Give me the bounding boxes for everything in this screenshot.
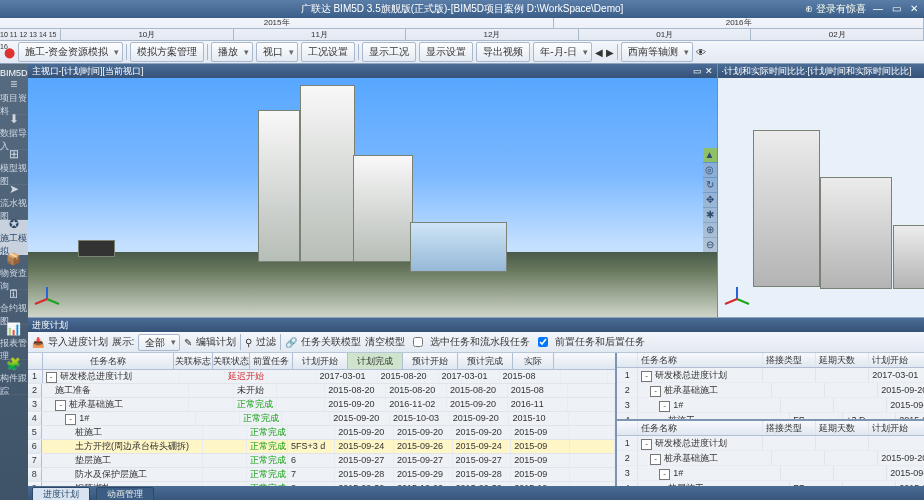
col-laptype[interactable]: 搭接类型 [763, 353, 816, 367]
col-laptype[interactable]: 搭接类型 [763, 421, 816, 435]
close-icon[interactable]: ✕ [906, 0, 922, 18]
import-plan-button[interactable]: 导入进度计划 [48, 335, 108, 349]
sidebar-item-8[interactable]: 🧩构件跟踪 [0, 360, 28, 395]
col-eststart[interactable]: 预计开始 [403, 353, 458, 369]
filter-button[interactable]: 过滤 [256, 335, 276, 349]
tab-plan[interactable]: 进度计划 [32, 487, 90, 501]
table-row[interactable]: 2施工准备未开始2015-08-202015-08-202015-08-2020… [28, 384, 616, 398]
sidebar-item-0[interactable]: ≡项目资料 [0, 80, 28, 115]
play-button[interactable]: 播放 [211, 42, 253, 62]
table-row[interactable]: 1-研发楼总进度计划2017-03-01 [617, 436, 924, 451]
col-name[interactable]: 任务名称 [638, 421, 763, 435]
table-row[interactable]: 1-研发楼总进度计划延迟开始2017-03-012015-08-202017-0… [28, 370, 616, 384]
viewport-button[interactable]: 视口 [256, 42, 298, 62]
pretask-grid[interactable]: 1-研发楼总进度计划2017-03-012-桩承基础施工2015-09-2020… [617, 368, 924, 421]
col-pre[interactable]: 前置任务 [250, 353, 293, 369]
maximize-icon[interactable]: ▭ [888, 0, 904, 18]
table-row[interactable]: 6土方开挖(周边承台砖头硼拆)正常完成5FS+3 d2015-09-242015… [28, 440, 616, 454]
condition-setting-button[interactable]: 工况设置 [301, 42, 355, 62]
task-grid[interactable]: 1-研发楼总进度计划延迟开始2017-03-012015-08-202017-0… [28, 370, 616, 486]
table-row[interactable]: 8防水及保护层施工正常完成72015-09-282015-09-292015-0… [28, 468, 616, 482]
tree-toggle-icon[interactable]: - [641, 439, 652, 450]
check-task-cb[interactable] [413, 337, 423, 347]
col-linkflag[interactable]: 关联标志 [174, 353, 213, 369]
pan-icon[interactable]: ✥ [703, 193, 717, 207]
col-planfinish[interactable]: 计划完成 [348, 353, 403, 369]
table-row[interactable]: 2-桩承基础施工2015-09-20 [617, 451, 924, 466]
date-format-combo[interactable]: 年-月-日 [533, 42, 592, 62]
edit-icon[interactable]: ✎ [184, 337, 192, 348]
zoomout-icon[interactable]: ⊖ [703, 238, 717, 252]
pane-close-icon[interactable]: ✕ [705, 66, 713, 76]
model-view[interactable]: ▲ ◎ ↻ ✥ ✱ ⊕ ⊖ [718, 78, 924, 317]
col-linkstatus[interactable]: 关联状态 [213, 353, 250, 369]
cell-pre: 6 [288, 454, 335, 467]
prev-icon[interactable]: ◀ [595, 47, 603, 58]
posttask-grid[interactable]: 1-研发楼总进度计划2017-03-012-桩承基础施工2015-09-203-… [617, 436, 924, 487]
sidebar-item-5[interactable]: 📦物资查询 [0, 255, 28, 290]
record-icon[interactable]: ⬤ [4, 47, 15, 58]
zoomin-icon[interactable]: ⊕ [703, 223, 717, 237]
tree-toggle-icon[interactable]: - [46, 372, 57, 383]
cell-delay [825, 451, 878, 465]
col-name[interactable]: 任务名称 [43, 353, 174, 369]
login-link[interactable]: ⊕ 登录有惊喜 [805, 0, 866, 18]
table-row[interactable]: 7垫层施工正常完成62015-09-272015-09-272015-09-27… [28, 454, 616, 468]
table-row[interactable]: 3-1#2015-09-202015-10-03 [617, 398, 924, 413]
table-row[interactable]: 1-研发楼总进度计划2017-03-01 [617, 368, 924, 383]
sim-plan-button[interactable]: 模拟方案管理 [130, 42, 204, 62]
filter-icon[interactable]: ⚲ [245, 337, 252, 348]
tree-toggle-icon[interactable]: - [55, 400, 66, 411]
edit-plan-button[interactable]: 编辑计划 [196, 335, 236, 349]
sun-icon[interactable]: ✱ [703, 208, 717, 222]
minimize-icon[interactable]: — [870, 0, 886, 18]
tree-toggle-icon[interactable]: - [650, 386, 661, 397]
cursor-icon[interactable]: ▲ [703, 148, 717, 162]
tree-toggle-icon[interactable]: - [641, 371, 652, 382]
tree-toggle-icon[interactable]: - [659, 469, 670, 480]
tree-toggle-icon[interactable]: - [659, 401, 670, 412]
col-delay[interactable]: 延期天数 [816, 353, 869, 367]
table-row[interactable]: 4-1#正常完成2015-09-202015-10-032015-09-2020… [28, 412, 616, 426]
table-row[interactable]: 2-桩承基础施工2015-09-202016-11-02 [617, 383, 924, 398]
tab-anim[interactable]: 动画管理 [96, 487, 154, 501]
sidebar-item-1[interactable]: ⬇数据导入 [0, 115, 28, 150]
col-estfinish[interactable]: 预计完成 [458, 353, 513, 369]
export-video-button[interactable]: 导出视频 [476, 42, 530, 62]
col-actual[interactable]: 实际 [513, 353, 554, 369]
mode-combo[interactable]: 施工-资金资源模拟 [18, 42, 123, 62]
show-combo[interactable]: 全部 [138, 334, 180, 351]
table-row[interactable]: 3-1#2015-09-202015-10-03 [617, 466, 924, 481]
col-planstart[interactable]: 计划开始 [293, 353, 348, 369]
task-assoc-button[interactable]: 任务关联模型 [301, 335, 361, 349]
orbit-icon[interactable]: ↻ [703, 178, 717, 192]
table-row[interactable]: 5桩施工正常完成2015-09-202015-09-202015-09-2020… [28, 426, 616, 440]
sidebar-item-6[interactable]: 🗓合约视图 [0, 290, 28, 325]
sidebar-item-7[interactable]: 📊报表管理 [0, 325, 28, 360]
next-icon[interactable]: ▶ [606, 47, 614, 58]
table-row[interactable]: 3-桩承基础施工正常完成2015-09-202016-11-022015-09-… [28, 398, 616, 412]
sidebar-item-3[interactable]: ➤流水视图 [0, 185, 28, 220]
sidebar-item-2[interactable]: ⊞模型视图 [0, 150, 28, 185]
sidebar-icon: ⬇ [9, 112, 19, 126]
sidebar-item-4[interactable]: ✪施工模拟 [0, 220, 28, 255]
clear-model-button[interactable]: 清空模型 [365, 335, 405, 349]
link-icon[interactable]: 🔗 [285, 337, 297, 348]
tree-toggle-icon[interactable]: - [650, 454, 661, 465]
col-delay[interactable]: 延期天数 [816, 421, 869, 435]
view-angle-combo[interactable]: 西南等轴测 [621, 42, 693, 62]
show-condition-button[interactable]: 显示工况 [362, 42, 416, 62]
timeline: 2015年 2016年 10 11 12 13 14 15 16 10月 11月… [0, 18, 924, 41]
tree-toggle-icon[interactable]: - [65, 414, 76, 425]
table-row[interactable]: 4桩施工FS+3 D2015-09-202015-09-20 [617, 413, 924, 421]
col-name[interactable]: 任务名称 [638, 353, 763, 367]
col-ps[interactable]: 计划开始 [869, 353, 924, 367]
restore-icon[interactable]: ▭ [693, 66, 702, 76]
eye-icon[interactable]: ◎ [703, 163, 717, 177]
model-view[interactable]: ▲ ◎ ↻ ✥ ✱ ⊕ ⊖ [28, 78, 717, 317]
view-icon[interactable]: 👁 [696, 47, 706, 58]
pre-post-cb[interactable] [538, 337, 548, 347]
show-setting-button[interactable]: 显示设置 [419, 42, 473, 62]
col-ps[interactable]: 计划开始 [869, 421, 924, 435]
import-icon[interactable]: 📥 [32, 337, 44, 348]
